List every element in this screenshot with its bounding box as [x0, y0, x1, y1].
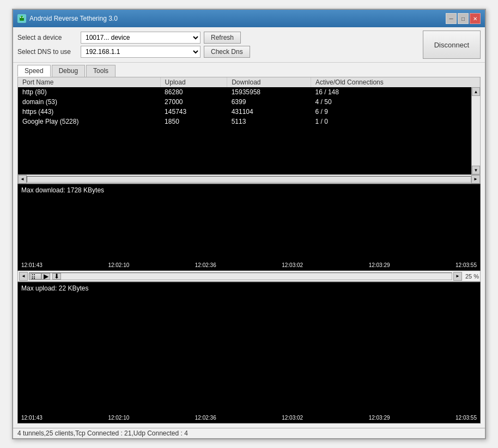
ts1: 12:01:43 — [21, 262, 42, 268]
hscroll-right[interactable]: ► — [471, 175, 480, 184]
scroll-play[interactable]: ▶ — [41, 273, 50, 280]
col-connections: Active/Old Connections — [311, 77, 480, 87]
ts2: 12:02:10 — [108, 262, 129, 268]
chart-scrollbar-row[interactable]: ◄ ⠿ ▶ ⬇ ► 25 % — [17, 271, 481, 282]
cell-upload: 86280 — [160, 87, 227, 97]
tab-debug[interactable]: Debug — [52, 65, 85, 77]
cell-upload: 27000 — [160, 97, 227, 107]
ts3: 12:02:36 — [195, 262, 216, 268]
status-bar: 4 tunnels,25 clients,Tcp Connected : 21,… — [13, 428, 485, 438]
uts1: 12:01:43 — [21, 415, 42, 421]
device-label: Select a device — [17, 34, 77, 41]
dns-select[interactable]: 192.168.1.1 — [81, 46, 201, 58]
tab-bar: Speed Debug Tools — [13, 63, 485, 77]
main-window: Android Reverse Tethering 3.0 ─ □ ✕ Sele… — [12, 9, 486, 439]
uts3: 12:02:36 — [195, 415, 216, 421]
download-canvas — [18, 184, 480, 270]
cell-download: 6399 — [227, 97, 311, 107]
cell-upload: 1850 — [160, 117, 227, 126]
svg-point-3 — [22, 17, 23, 18]
scroll-down-arrow[interactable]: ▼ — [472, 166, 480, 174]
hscroll-left[interactable]: ◄ — [18, 175, 27, 184]
download-chart-label: Max download: 1728 KBytes — [18, 184, 107, 196]
table-hscrollbar[interactable]: ◄ ► — [17, 175, 481, 184]
vertical-scrollbar[interactable]: ▲ ▼ — [471, 87, 480, 174]
cell-connections: 4 / 50 — [311, 97, 480, 107]
hscroll-track[interactable] — [27, 176, 471, 183]
upload-chart-label: Max upload: 22 KBytes — [18, 282, 92, 294]
app-icon — [17, 14, 26, 23]
scroll-thumb[interactable]: ⠿ — [31, 273, 41, 280]
title-controls: ─ □ ✕ — [446, 13, 481, 24]
scroll-track[interactable] — [472, 96, 480, 166]
minimize-button[interactable]: ─ — [446, 13, 457, 24]
cell-port: http (80) — [18, 87, 160, 97]
cell-connections: 6 / 9 — [311, 107, 480, 117]
col-port: Port Name — [18, 77, 160, 87]
table-row: https (443) 145743 431104 6 / 9 — [18, 107, 480, 117]
title-bar-left: Android Reverse Tethering 3.0 — [17, 14, 118, 23]
cell-port: domain (53) — [18, 97, 160, 107]
close-button[interactable]: ✕ — [470, 13, 481, 24]
scroll-stop[interactable]: ⬇ — [52, 273, 61, 280]
cell-download: 5113 — [227, 117, 311, 126]
toolbar: Select a device 10017... device Refresh … — [13, 27, 485, 63]
disconnect-button[interactable]: Disconnect — [423, 31, 481, 59]
table-row: Google Play (5228) 1850 5113 1 / 0 — [18, 117, 480, 126]
restore-button[interactable]: □ — [458, 13, 469, 24]
window-title: Android Reverse Tethering 3.0 — [29, 15, 118, 22]
data-table: Port Name Upload Download Active/Old Con… — [18, 77, 480, 126]
check-dns-button[interactable]: Check Dns — [204, 46, 250, 58]
upload-timestamps: 12:01:43 12:02:10 12:02:36 12:03:02 12:0… — [18, 415, 480, 421]
ts5: 12:03:29 — [369, 262, 390, 268]
chart-scroll-track[interactable]: ⠿ ▶ ⬇ — [29, 273, 452, 280]
upload-chart: Max upload: 22 KBytes 12:01:43 12:02:10 … — [17, 282, 481, 423]
uts6: 12:03:55 — [456, 415, 477, 421]
download-timestamps: 12:01:43 12:02:10 12:02:36 12:03:02 12:0… — [18, 262, 480, 268]
table-header-row: Port Name Upload Download Active/Old Con… — [18, 77, 480, 87]
dns-row: Select DNS to use 192.168.1.1 Check Dns — [17, 46, 414, 58]
dns-label: Select DNS to use — [17, 48, 77, 56]
scroll-up-arrow[interactable]: ▲ — [472, 87, 480, 96]
cell-port: Google Play (5228) — [18, 117, 160, 126]
refresh-button[interactable]: Refresh — [204, 32, 241, 44]
ts6: 12:03:55 — [456, 262, 477, 268]
upload-canvas — [18, 282, 480, 423]
col-upload: Upload — [160, 77, 227, 87]
col-download: Download — [227, 77, 311, 87]
ts4: 12:03:02 — [282, 262, 303, 268]
zoom-label: 25 % — [465, 273, 479, 280]
main-content: Port Name Upload Download Active/Old Con… — [13, 77, 485, 428]
download-chart: Max download: 1728 KBytes 12:01:43 12:02… — [17, 184, 481, 271]
cell-connections: 1 / 0 — [311, 117, 480, 126]
cell-download: 431104 — [227, 107, 311, 117]
status-text: 4 tunnels,25 clients,Tcp Connected : 21,… — [17, 429, 188, 437]
device-select[interactable]: 10017... device — [81, 32, 201, 44]
tab-tools[interactable]: Tools — [86, 65, 116, 77]
svg-rect-0 — [20, 17, 24, 21]
cell-connections: 16 / 148 — [311, 87, 480, 97]
uts5: 12:03:29 — [369, 415, 390, 421]
device-row: Select a device 10017... device Refresh — [17, 32, 414, 44]
cell-download: 15935958 — [227, 87, 311, 97]
chart-scroll-left[interactable]: ◄ — [19, 272, 28, 281]
title-bar: Android Reverse Tethering 3.0 ─ □ ✕ — [13, 10, 485, 27]
uts2: 12:02:10 — [108, 415, 129, 421]
svg-point-2 — [20, 17, 21, 18]
data-table-container: Port Name Upload Download Active/Old Con… — [17, 77, 481, 175]
toolbar-rows: Select a device 10017... device Refresh … — [17, 32, 414, 58]
cell-upload: 145743 — [160, 107, 227, 117]
uts4: 12:03:02 — [282, 415, 303, 421]
table-row: domain (53) 27000 6399 4 / 50 — [18, 97, 480, 107]
chart-scroll-right[interactable]: ► — [453, 272, 462, 281]
tab-speed[interactable]: Speed — [17, 65, 51, 77]
table-row: http (80) 86280 15935958 16 / 148 — [18, 87, 480, 97]
cell-port: https (443) — [18, 107, 160, 117]
